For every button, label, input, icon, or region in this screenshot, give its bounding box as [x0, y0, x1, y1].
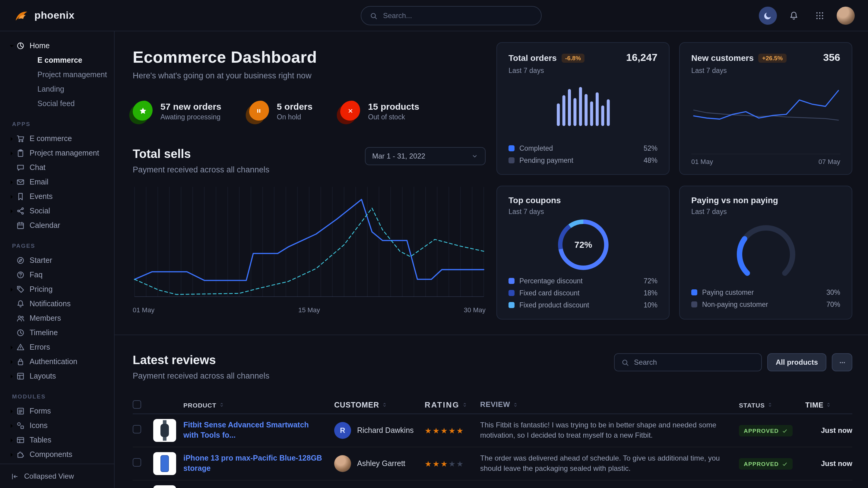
main-content: Ecommerce Dashboard Here's what's going …	[115, 31, 868, 488]
new-customers-card: New customers +26.5% 356 Last 7 days 01 …	[679, 42, 852, 175]
sidebar-item-e-commerce[interactable]: E commerce	[7, 131, 111, 146]
apps-menu-button[interactable]	[811, 6, 829, 24]
column-header-product[interactable]: PRODUCT	[183, 401, 224, 409]
table-icon	[16, 436, 25, 444]
x-tick: 01 May	[691, 158, 713, 165]
check-icon	[782, 461, 788, 467]
product-link[interactable]: iPhone 13 pro max-Pacific Blue-128GB sto…	[183, 453, 326, 474]
star-icon: ★	[456, 426, 464, 435]
column-header-rating[interactable]: RATING	[425, 400, 480, 409]
sidebar-item-icons[interactable]: Icons	[7, 418, 111, 433]
sidebar-item-pricing[interactable]: Pricing	[7, 282, 111, 297]
card-title: Paying vs non paying	[691, 195, 778, 205]
dashboard-left-column: Ecommerce Dashboard Here's what's going …	[133, 42, 486, 334]
star-icon: ★	[425, 426, 433, 435]
search-icon	[621, 358, 629, 366]
sidebar-item-project-management[interactable]: Project management	[7, 146, 111, 160]
sidebar-item-layouts[interactable]: Layouts	[7, 369, 111, 383]
date-range-select[interactable]: Mar 1 - 31, 2022	[365, 147, 486, 165]
sidebar-item-chat[interactable]: Chat	[7, 160, 111, 175]
review-text: The order was delivered ahead of schedul…	[480, 453, 739, 474]
sidebar-item-errors[interactable]: Errors	[7, 340, 111, 355]
sidebar-item-members[interactable]: Members	[7, 311, 111, 326]
star-icon: ★	[433, 459, 440, 468]
latest-reviews-section: Latest reviews Payment received across a…	[115, 334, 868, 488]
user-avatar[interactable]	[837, 6, 855, 24]
rating-stars: ★★★★★	[425, 426, 480, 435]
sidebar-item-email[interactable]: Email	[7, 175, 111, 189]
puzzle-icon	[16, 450, 25, 459]
column-header-review[interactable]: REVIEW	[480, 400, 723, 410]
caret-right-icon	[7, 359, 16, 365]
column-header-time[interactable]: TIME	[805, 400, 852, 409]
more-options-button[interactable]	[832, 353, 852, 371]
row-checkbox[interactable]	[133, 458, 141, 466]
legend-label: Non-paying customer	[702, 301, 768, 308]
sidebar-item-notifications[interactable]: Notifications	[7, 297, 111, 311]
sidebar-item-landing[interactable]: Landing	[7, 82, 111, 96]
legend-value: 52%	[644, 144, 657, 152]
sidebar-item-faq[interactable]: Faq	[7, 268, 111, 282]
global-search[interactable]	[361, 6, 542, 25]
chat-icon	[16, 163, 25, 172]
column-header-status[interactable]: STATUS	[739, 401, 805, 409]
card-title: Total orders	[508, 53, 557, 63]
sidebar-item-events[interactable]: Events	[7, 189, 111, 204]
theme-toggle-button[interactable]	[759, 6, 777, 24]
reviews-search-input[interactable]	[634, 358, 754, 366]
legend-row-fixed-product-discount: Fixed product discount10%	[508, 300, 657, 310]
latest-reviews-title: Latest reviews	[133, 353, 269, 367]
legend-value: 70%	[826, 301, 840, 308]
stat-value: 5 orders	[277, 101, 312, 111]
notifications-button[interactable]	[785, 6, 803, 24]
top-coupons-chart: 72%	[555, 217, 611, 273]
all-products-button[interactable]: All products	[767, 353, 826, 371]
card-period: Last 7 days	[691, 67, 840, 74]
topbar: phoenix	[0, 0, 868, 31]
brand[interactable]: phoenix	[13, 7, 74, 23]
caret-right-icon	[7, 179, 16, 185]
card-title: Top coupons	[508, 195, 561, 205]
legend-value: 18%	[644, 289, 657, 296]
alert-icon	[16, 343, 25, 352]
date-range-value: Mar 1 - 31, 2022	[372, 152, 425, 160]
sidebar-item-starter[interactable]: Starter	[7, 253, 111, 268]
nav-section-apps: APPS	[12, 121, 111, 127]
sidebar-item-e-commerce[interactable]: E commerce	[7, 53, 111, 67]
reviews-search[interactable]	[614, 353, 762, 371]
legend-label: Pending payment	[519, 157, 574, 164]
shapes-icon	[16, 421, 25, 430]
sidebar-item-social[interactable]: Social	[7, 204, 111, 218]
legend-row-paying-customer: Paying customer30%	[691, 288, 840, 298]
legend-value: 72%	[644, 277, 657, 284]
product-image	[153, 485, 176, 488]
column-header-customer[interactable]: CUSTOMER	[334, 400, 387, 409]
sidebar-item-home[interactable]: Home	[7, 39, 111, 53]
stat-caption: On hold	[277, 113, 312, 120]
card-value: 16,247	[626, 52, 657, 64]
pie-icon	[16, 42, 25, 50]
global-search-input[interactable]	[383, 11, 533, 20]
sidebar-item-authentication[interactable]: Authentication	[7, 355, 111, 369]
sidebar-item-forms[interactable]: Forms	[7, 404, 111, 418]
select-all-checkbox[interactable]	[133, 400, 141, 409]
paying-gauge-chart	[723, 219, 808, 280]
customer-avatar: R	[334, 422, 351, 439]
sidebar-item-project-management[interactable]: Project management	[7, 67, 111, 82]
review-time: Just now	[805, 426, 852, 435]
sidebar-item-tables[interactable]: Tables	[7, 433, 111, 447]
sidebar-item-timeline[interactable]: Timeline	[7, 326, 111, 340]
legend-label: Fixed product discount	[519, 301, 589, 308]
legend-row-fixed-card-discount: Fixed card discount18%	[508, 288, 657, 298]
sidebar-item-social-feed[interactable]: Social feed	[7, 96, 111, 111]
sidebar-item-components[interactable]: Components	[7, 447, 111, 462]
legend-row-completed: Completed52%	[508, 143, 657, 153]
sidebar-item-calendar[interactable]: Calendar	[7, 218, 111, 233]
product-link[interactable]: Fitbit Sense Advanced Smartwatch with To…	[183, 420, 326, 441]
collapse-view-button[interactable]: Collapsed View	[0, 464, 114, 488]
clock-icon	[16, 329, 25, 337]
total-sells-x-labels: 01 May 15 May 30 May	[133, 306, 486, 314]
calendar-icon	[16, 221, 25, 230]
stat-value: 57 new orders	[160, 101, 221, 111]
row-checkbox[interactable]	[133, 425, 141, 433]
